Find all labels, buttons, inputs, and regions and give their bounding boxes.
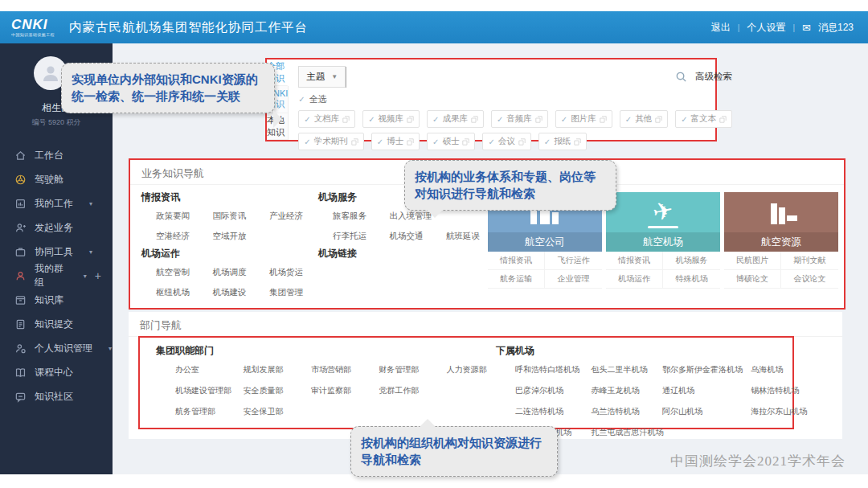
dept-link[interactable]: 审计监察部	[311, 380, 375, 401]
airport-link[interactable]: 呼和浩特白塔机场	[515, 359, 588, 380]
search-input[interactable]	[346, 67, 673, 88]
nav-link[interactable]: 空港经济	[156, 226, 209, 246]
card-link[interactable]: 民航图片	[724, 252, 781, 270]
sidebar-item-start-business[interactable]: 发起业务	[0, 215, 113, 240]
dept-link[interactable]: 安全质量部	[243, 380, 307, 401]
airport-link[interactable]: 扎兰屯成吉思汗机场	[591, 422, 658, 443]
sidebar-item-knowledge-submit[interactable]: 知识提交	[0, 312, 113, 336]
card-link[interactable]: 情报资讯	[488, 252, 545, 270]
message-icon[interactable]: ✉	[802, 22, 811, 34]
card-link[interactable]: 机场服务	[663, 252, 720, 270]
chip-video-lib[interactable]: ✓视频库	[362, 110, 420, 128]
airport-link[interactable]: 鄂尔多斯伊金霍洛机场	[662, 359, 747, 380]
search-button[interactable]	[673, 69, 689, 85]
logout-link[interactable]: 退出	[711, 21, 731, 35]
airport-link[interactable]: 乌海机场	[751, 359, 783, 380]
nav-link[interactable]: 产业经济	[269, 206, 322, 226]
sidebar-item-knowledge-community[interactable]: 知识社区	[0, 384, 113, 408]
chip-conference[interactable]: ✓会议	[482, 133, 530, 150]
dept-link[interactable]: 党群工作部	[379, 380, 443, 401]
chip-academic-journal[interactable]: ✓学术期刊	[298, 133, 363, 150]
select-all-checkbox[interactable]: ✓ 全选	[298, 93, 732, 105]
airport-link[interactable]: 海拉尔东山机场	[751, 401, 807, 422]
nav-link[interactable]: 集团管理	[269, 282, 322, 302]
sidebar-item-label: 协同工具	[35, 245, 73, 259]
card-link[interactable]: 会议论文	[781, 270, 838, 289]
chip-achievement-lib[interactable]: ✓成果库	[427, 110, 484, 128]
personal-settings-link[interactable]: 个人设置	[747, 21, 785, 35]
group-title: 机场链接	[318, 247, 357, 260]
chip-image-lib[interactable]: ✓图片库	[555, 110, 612, 128]
dept-link[interactable]: 安全保卫部	[243, 401, 307, 422]
nav-link[interactable]: 旅客服务	[333, 206, 386, 226]
dept-link[interactable]: 规划发展部	[243, 359, 307, 380]
nav-link[interactable]: 航空管制	[156, 262, 209, 282]
card-link[interactable]: 博硕论文	[724, 270, 781, 289]
callout-org-nav: 按机构的组织机构对知识资源进行导航和检索	[350, 426, 558, 477]
divider: |	[792, 23, 795, 32]
sidebar-item-cockpit[interactable]: 驾驶舱	[0, 167, 113, 191]
chip-other[interactable]: ✓其他	[620, 110, 668, 128]
sidebar-item-personal-km[interactable]: 个人知识管理 ▾	[0, 336, 113, 360]
external-link-icon	[462, 138, 469, 146]
airport-link[interactable]: 通辽机场	[662, 380, 747, 401]
nav-link[interactable]: 政策要闻	[156, 206, 209, 226]
card-link[interactable]: 航务运输	[488, 270, 545, 289]
external-link-icon	[574, 138, 581, 146]
search-field-selector[interactable]: 主题 ▼	[298, 66, 346, 88]
nav-link[interactable]: 机场交通	[389, 226, 442, 246]
dept-link[interactable]: 财务管理部	[379, 359, 443, 380]
card-aviation-airport-header[interactable]: ✈ 航空机场	[606, 192, 720, 252]
airport-link[interactable]: 阿尔山机场	[662, 401, 747, 422]
airport-link[interactable]: 巴彦淖尔机场	[515, 380, 588, 401]
advanced-search-link[interactable]: 高级检索	[695, 71, 732, 83]
airport-link[interactable]: 包头二里半机场	[591, 359, 658, 380]
sidebar-item-collab-tools[interactable]: 协同工具 ▾	[0, 240, 113, 264]
sidebar-item-knowledge-base[interactable]: 知识库	[0, 288, 113, 312]
chip-audio-lib[interactable]: ✓音频库	[491, 110, 548, 128]
card-link[interactable]: 飞行运作	[545, 252, 602, 270]
card-link[interactable]: 企业管理	[545, 270, 602, 289]
callout-unified-search: 实现单位内外部知识和CNKI资源的统一检索、统一排序和统一关联	[61, 63, 275, 113]
airport-link[interactable]: 锡林浩特机场	[751, 380, 799, 401]
card-link[interactable]: 情报资讯	[606, 252, 663, 270]
sidebar-item-course-center[interactable]: 课程中心	[0, 360, 113, 384]
sidebar-item-label: 课程中心	[35, 366, 73, 379]
card-link[interactable]: 期刊文献	[781, 252, 838, 270]
nav-link[interactable]: 机场调度	[212, 262, 265, 282]
unified-search-panel: 全部知识 CNKI知识 本地知识 主题 ▼ 高级检索 ✓	[265, 58, 717, 141]
nav-link[interactable]: 机场建设	[212, 282, 265, 302]
card-link[interactable]: 特殊机场	[663, 270, 720, 289]
sidebar-item-my-work[interactable]: 我的工作 ▾	[0, 191, 113, 215]
chip-masters[interactable]: ✓硕士	[427, 133, 475, 150]
chip-document-lib[interactable]: ✓文档库	[298, 110, 355, 128]
chip-richtext[interactable]: ✓富文本	[675, 110, 732, 128]
nav-link[interactable]: 行李托运	[333, 226, 386, 246]
cnki-logo[interactable]: CNKI 中国知识基础设施工程	[11, 18, 55, 37]
user-meta: 编号 5920 积分	[0, 117, 113, 128]
messages-link[interactable]: 消息123	[818, 21, 854, 35]
dept-link[interactable]: 航务管理部	[175, 401, 240, 422]
airport-link[interactable]: 乌兰浩特机场	[591, 401, 658, 422]
add-group-button[interactable]: +	[95, 269, 101, 282]
sidebar-item-workbench[interactable]: 工作台	[0, 143, 113, 167]
airport-link[interactable]: 赤峰玉龙机场	[591, 380, 658, 401]
dept-link[interactable]: 机场建设管理部	[175, 380, 240, 401]
sidebar-item-my-groups[interactable]: 我的群组 ▾ +	[0, 264, 113, 288]
chip-doctoral[interactable]: ✓博士	[371, 133, 420, 150]
chip-newspaper[interactable]: ✓报纸	[538, 133, 587, 150]
nav-link[interactable]: 机场货运	[269, 262, 322, 282]
dropdown-caret-icon: ▼	[331, 73, 338, 80]
user-add-icon	[14, 222, 27, 234]
nav-link[interactable]: 枢纽机场	[156, 282, 209, 302]
top-bar: CNKI 中国知识基础设施工程 内蒙古民航机场集团智能化协同工作平台 退出 | …	[0, 11, 868, 43]
sidebar-item-label: 发起业务	[35, 221, 73, 235]
dept-link[interactable]: 办公室	[175, 359, 240, 380]
airport-link[interactable]: 二连浩特机场	[515, 401, 588, 422]
card-aviation-resources-header[interactable]: 航空资源	[724, 192, 838, 252]
dept-link[interactable]: 市场营销部	[311, 359, 375, 380]
nav-link[interactable]: 国际资讯	[212, 206, 265, 226]
nav-link[interactable]: 空域开放	[212, 226, 265, 246]
check-icon: ✓	[497, 115, 503, 124]
card-link[interactable]: 机场运作	[606, 270, 663, 289]
